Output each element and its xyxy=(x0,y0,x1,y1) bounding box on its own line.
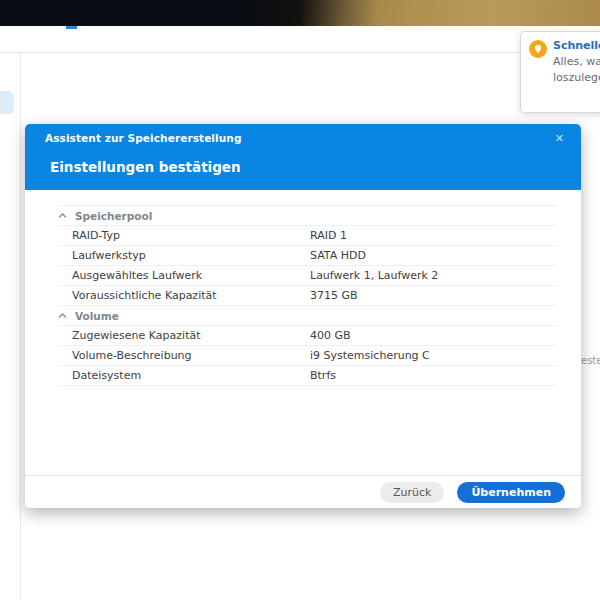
row-value: Laufwerk 1, Laufwerk 2 xyxy=(310,269,557,282)
dialog-title: Assistent zur Speichererstellung xyxy=(45,132,242,144)
row-value: RAID 1 xyxy=(310,229,557,242)
table-row: RAID-Typ RAID 1 xyxy=(58,226,557,246)
tab-highlight xyxy=(66,26,77,29)
lightbulb-icon xyxy=(529,40,547,58)
row-value: SATA HDD xyxy=(310,249,557,262)
section-title: Speicherpool xyxy=(75,210,152,222)
desktop-wallpaper-strip xyxy=(0,0,600,26)
table-row: Dateisystem Btrfs xyxy=(58,366,557,386)
back-button[interactable]: Zurück xyxy=(380,482,444,503)
chevron-up-icon xyxy=(58,213,67,219)
sidebar-item-partial[interactable] xyxy=(0,91,14,114)
section-header-speicherpool[interactable]: Speicherpool xyxy=(58,206,557,226)
row-label: Zugewiesene Kapazität xyxy=(58,329,310,342)
row-value: 400 GB xyxy=(310,329,557,342)
row-value: 3715 GB xyxy=(310,289,557,302)
storage-wizard-dialog: Assistent zur Speichererstellung ✕ Einst… xyxy=(25,124,581,508)
table-row: Ausgewähltes Laufwerk Laufwerk 1, Laufwe… xyxy=(58,266,557,286)
toast-body-line: Alles, was xyxy=(553,56,600,68)
chevron-up-icon xyxy=(58,313,67,319)
row-value: Btrfs xyxy=(310,369,557,382)
quick-tip-toast[interactable]: Schnelle Alles, was loszulegen xyxy=(520,31,600,113)
table-row: Volume-Beschreibung i9 Systemsicherung C xyxy=(58,346,557,366)
table-row: Laufwerkstyp SATA HDD xyxy=(58,246,557,266)
toast-body-line: loszulegen xyxy=(553,72,600,84)
background-text-fragment: este xyxy=(581,355,600,366)
row-label: Laufwerkstyp xyxy=(58,249,310,262)
dialog-footer: Zurück Übernehmen xyxy=(25,475,581,508)
section-header-volume[interactable]: Volume xyxy=(58,306,557,326)
table-row: Voraussichtliche Kapazität 3715 GB xyxy=(58,286,557,306)
row-label: Ausgewähltes Laufwerk xyxy=(58,269,310,282)
step-heading: Einstellungen bestätigen xyxy=(50,159,581,175)
row-value: i9 Systemsicherung C xyxy=(310,349,557,362)
row-label: Dateisystem xyxy=(58,369,310,382)
sidebar-divider xyxy=(20,52,21,600)
row-label: Volume-Beschreibung xyxy=(58,349,310,362)
header-divider xyxy=(0,52,600,53)
toast-title: Schnelle xyxy=(553,39,600,52)
settings-summary-table: Speicherpool RAID-Typ RAID 1 Laufwerksty… xyxy=(58,205,557,386)
apply-button[interactable]: Übernehmen xyxy=(457,482,565,503)
table-row: Zugewiesene Kapazität 400 GB xyxy=(58,326,557,346)
row-label: Voraussichtliche Kapazität xyxy=(58,289,310,302)
close-icon[interactable]: ✕ xyxy=(552,132,567,146)
dialog-header: Assistent zur Speichererstellung ✕ Einst… xyxy=(25,124,581,190)
row-label: RAID-Typ xyxy=(58,229,310,242)
section-title: Volume xyxy=(75,310,119,322)
